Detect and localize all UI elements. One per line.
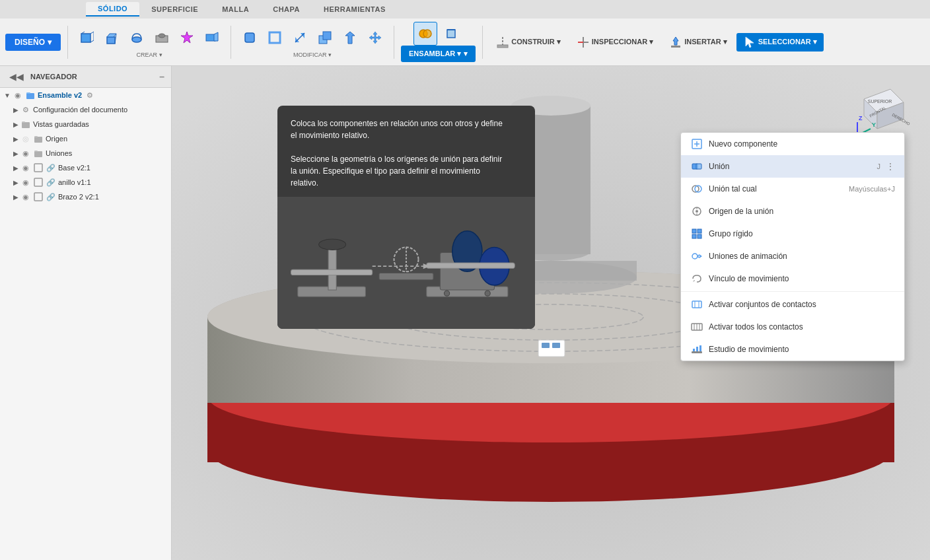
crear-special-btn[interactable]: [175, 26, 199, 50]
svg-rect-64: [552, 343, 560, 348]
sidebar-item-uniones[interactable]: ▶ ◉ Uniones: [0, 146, 171, 160]
crear-extrude-btn[interactable]: [100, 26, 124, 50]
seleccionar-btn[interactable]: SELECCIONAR ▾: [736, 33, 824, 52]
svg-point-8: [132, 37, 141, 42]
tooltip-detail3: relativo.: [291, 177, 522, 189]
ensamblar-icons: [413, 22, 463, 46]
svg-marker-34: [746, 37, 754, 48]
svg-rect-108: [698, 234, 701, 238]
modificar-fillet-btn[interactable]: [238, 26, 262, 50]
menu-item-origen-union[interactable]: Origen de la unión: [681, 200, 904, 223]
menu-item-nuevo-componente[interactable]: Nuevo componente: [681, 133, 904, 155]
menu-item-uniones-animacion[interactable]: Uniones de animación: [681, 245, 904, 267]
sidebar-item-brazo[interactable]: ▶ ◉ 🔗 Brazo 2 v2:1: [0, 190, 171, 204]
activar-contactos-label: Activar conjuntos de contactos: [709, 300, 895, 309]
svg-point-79: [485, 291, 490, 296]
eye-icon[interactable]: ◎: [20, 133, 31, 144]
estudio-movimiento-icon: [690, 343, 703, 356]
svg-rect-15: [269, 32, 280, 43]
crear-hole-btn[interactable]: [150, 26, 174, 50]
insertar-btn[interactable]: INSERTAR ▾: [662, 33, 733, 52]
menu-item-activar-todos[interactable]: Activar todos los contactos: [681, 316, 904, 338]
crear-revolve-btn[interactable]: [125, 26, 149, 50]
svg-rect-69: [291, 269, 373, 275]
grupo-rigido-icon: [690, 227, 703, 240]
svg-marker-111: [693, 280, 695, 282]
svg-rect-0: [81, 34, 90, 42]
sidebar-item-origen[interactable]: ▶ ◎ Origen: [0, 131, 171, 146]
sidebar-item-config[interactable]: ▶ ⚙ Configuración del documento: [0, 102, 171, 117]
tab-malla[interactable]: MALLA: [210, 3, 261, 16]
svg-rect-98: [696, 164, 701, 169]
svg-rect-77: [427, 263, 515, 268]
inspeccionar-btn[interactable]: INSPECCIONAR ▾: [570, 33, 660, 52]
modificar-icons: [238, 26, 387, 50]
sidebar-item-base[interactable]: ▶ ◉ 🔗 Base v2:1: [0, 160, 171, 175]
union-more-icon[interactable]: ⋮: [886, 161, 895, 172]
link-icon: 🔗: [46, 177, 56, 188]
ensamblar-dropdown-btn[interactable]: ENSAMBLAR ▾ ▾: [401, 46, 476, 62]
sidebar-collapse-btn[interactable]: ◀◀: [7, 70, 26, 83]
estudio-movimiento-label: Estudio de movimiento: [709, 345, 895, 354]
sidebar-item-root[interactable]: ▼ ◉ Ensamble v2 ⚙: [0, 88, 171, 102]
ensamblar-rigid-btn[interactable]: [439, 22, 463, 46]
svg-rect-44: [34, 178, 42, 186]
menu-item-activar-contactos[interactable]: Activar conjuntos de contactos: [681, 293, 904, 316]
eye-icon[interactable]: ◉: [20, 177, 31, 188]
activar-todos-icon: [690, 320, 703, 333]
svg-text:Z: Z: [859, 115, 863, 122]
svg-rect-41: [34, 151, 42, 157]
component-icon: [33, 192, 44, 202]
ensamblar-union-btn[interactable]: [413, 22, 437, 46]
svg-marker-11: [181, 32, 193, 43]
crear-box-btn[interactable]: [75, 26, 98, 50]
menu-item-estudio-movimiento[interactable]: Estudio de movimiento: [681, 338, 904, 361]
arrow-icon: ▶: [13, 121, 18, 128]
modificar-press-btn[interactable]: [338, 26, 362, 50]
separator-1: [67, 26, 68, 59]
eye-icon[interactable]: ◉: [20, 192, 31, 202]
modificar-combine-btn[interactable]: [313, 26, 337, 50]
modificar-scale-btn[interactable]: [288, 26, 312, 50]
tab-herramientas[interactable]: HERRAMIENTAS: [312, 3, 398, 16]
vistas-label: Vistas guardadas: [33, 120, 89, 128]
design-button[interactable]: DISEÑO ▾: [5, 34, 61, 51]
svg-rect-38: [22, 122, 25, 123]
sidebar-item-anillo[interactable]: ▶ ◉ 🔗 anillo v1:1: [0, 175, 171, 190]
menu-item-union-tal-cual[interactable]: Unión tal cual Mayúsculas+J: [681, 178, 904, 200]
svg-rect-14: [245, 33, 254, 42]
svg-rect-120: [693, 349, 695, 351]
crear-label: CREAR ▾: [137, 52, 162, 58]
menu-item-union[interactable]: Unión J ⋮: [681, 155, 904, 178]
arrow-icon: ▶: [13, 193, 18, 201]
tab-superficie[interactable]: SUPERFICIE: [139, 3, 210, 16]
svg-rect-25: [447, 30, 455, 38]
modificar-move-btn[interactable]: [363, 26, 387, 50]
tab-chapa[interactable]: CHAPA: [261, 3, 312, 16]
eye-icon[interactable]: ◉: [13, 90, 23, 100]
svg-point-24: [423, 30, 431, 38]
menu-item-grupo-rigido[interactable]: Grupo rígido: [681, 223, 904, 245]
eye-icon[interactable]: ◉: [20, 148, 31, 158]
svg-rect-63: [542, 343, 550, 348]
component-icon: [33, 177, 44, 188]
svg-rect-20: [323, 32, 331, 40]
modificar-shell-btn[interactable]: [263, 26, 287, 50]
config-label: Configuración del documento: [33, 106, 127, 114]
nuevo-componente-label: Nuevo componente: [709, 139, 895, 149]
svg-rect-39: [34, 137, 42, 143]
viewport[interactable]: Coloca los componentes en relación unos …: [172, 66, 930, 560]
sidebar-item-vistas[interactable]: ▶ Vistas guardadas: [0, 117, 171, 131]
union-tal-cual-shortcut: Mayúsculas+J: [849, 185, 895, 193]
tooltip-detail1: Seleccione la geometría o los orígenes d…: [291, 153, 522, 165]
tab-solido[interactable]: SÓLIDO: [86, 2, 139, 17]
menu-item-vinculo-movimiento[interactable]: Vínculo de movimiento: [681, 267, 904, 290]
construir-btn[interactable]: CONSTRUIR ▾: [489, 33, 567, 52]
union-shortcut: J: [877, 162, 881, 170]
root-settings-icon[interactable]: ⚙: [87, 91, 93, 100]
eye-icon[interactable]: ◉: [20, 162, 31, 173]
crear-more-btn[interactable]: [200, 26, 224, 50]
folder-icon: [25, 90, 36, 100]
uniones-animacion-label: Uniones de animación: [709, 252, 895, 261]
sidebar-close-btn[interactable]: –: [159, 71, 164, 82]
